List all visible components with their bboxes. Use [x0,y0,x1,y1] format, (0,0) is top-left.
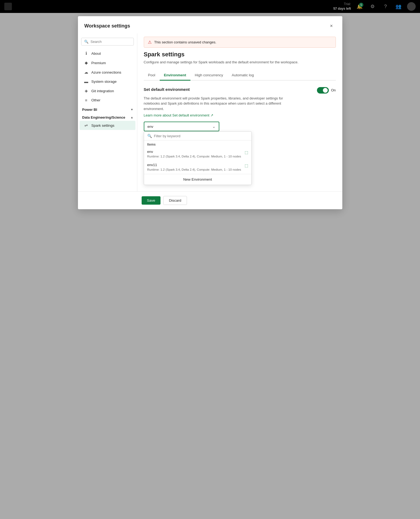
modal-overlay: Workspace settings × 🔍 ℹ About ◆ Premi [0,0,420,13]
